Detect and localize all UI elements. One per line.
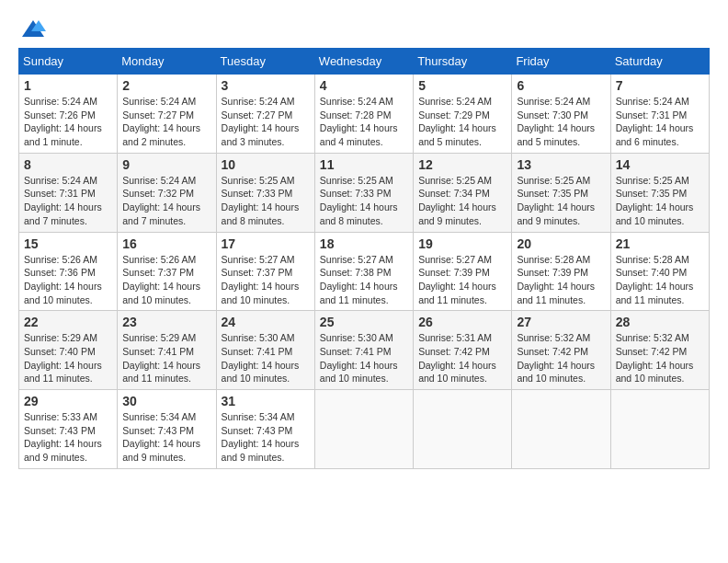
calendar-cell: 9Sunrise: 5:24 AMSunset: 7:32 PMDaylight… [118,153,216,232]
calendar-cell [512,390,610,469]
calendar-cell: 23Sunrise: 5:29 AMSunset: 7:41 PMDayligh… [118,311,216,390]
day-info: Sunrise: 5:24 AMSunset: 7:28 PMDaylight:… [320,95,408,149]
day-info: Sunrise: 5:24 AMSunset: 7:32 PMDaylight:… [122,174,210,228]
day-info: Sunrise: 5:34 AMSunset: 7:43 PMDaylight:… [122,410,210,465]
day-info: Sunrise: 5:30 AMSunset: 7:41 PMDaylight:… [222,331,310,385]
day-number: 14 [616,157,704,172]
calendar-cell: 1Sunrise: 5:24 AMSunset: 7:26 PMDaylight… [19,75,118,154]
calendar-cell: 16Sunrise: 5:26 AMSunset: 7:37 PMDayligh… [118,232,216,311]
day-number: 18 [320,236,408,251]
day-info: Sunrise: 5:25 AMSunset: 7:34 PMDaylight:… [418,174,506,228]
calendar-cell: 27Sunrise: 5:32 AMSunset: 7:42 PMDayligh… [512,311,610,390]
day-info: Sunrise: 5:31 AMSunset: 7:42 PMDaylight:… [418,331,506,385]
day-info: Sunrise: 5:25 AMSunset: 7:35 PMDaylight:… [616,174,704,228]
day-number: 4 [320,78,408,93]
calendar-cell: 12Sunrise: 5:25 AMSunset: 7:34 PMDayligh… [414,153,512,232]
day-number: 9 [122,157,210,172]
header-cell-wednesday: Wednesday [314,49,413,75]
day-number: 28 [616,315,704,329]
day-info: Sunrise: 5:24 AMSunset: 7:31 PMDaylight:… [24,174,112,228]
day-info: Sunrise: 5:24 AMSunset: 7:27 PMDaylight:… [222,95,310,149]
calendar-cell: 4Sunrise: 5:24 AMSunset: 7:28 PMDaylight… [314,75,413,154]
calendar-cell: 20Sunrise: 5:28 AMSunset: 7:39 PMDayligh… [512,232,610,311]
day-number: 2 [122,78,210,93]
calendar-cell: 21Sunrise: 5:28 AMSunset: 7:40 PMDayligh… [610,232,709,311]
calendar-cell: 13Sunrise: 5:25 AMSunset: 7:35 PMDayligh… [512,153,610,232]
day-info: Sunrise: 5:32 AMSunset: 7:42 PMDaylight:… [616,331,704,385]
day-number: 1 [24,78,112,93]
calendar-cell: 29Sunrise: 5:33 AMSunset: 7:43 PMDayligh… [19,390,118,469]
day-number: 12 [418,157,506,172]
calendar-cell: 5Sunrise: 5:24 AMSunset: 7:29 PMDaylight… [414,75,512,154]
header-cell-sunday: Sunday [19,49,118,75]
calendar-cell: 18Sunrise: 5:27 AMSunset: 7:38 PMDayligh… [314,232,413,311]
calendar-cell: 15Sunrise: 5:26 AMSunset: 7:36 PMDayligh… [19,232,118,311]
day-info: Sunrise: 5:32 AMSunset: 7:42 PMDaylight:… [517,331,605,385]
day-number: 16 [122,236,210,251]
day-number: 5 [418,78,506,93]
day-number: 13 [517,157,605,172]
calendar-cell: 28Sunrise: 5:32 AMSunset: 7:42 PMDayligh… [610,311,709,390]
calendar-table: SundayMondayTuesdayWednesdayThursdayFrid… [18,48,710,469]
day-number: 24 [222,315,310,329]
week-row-3: 15Sunrise: 5:26 AMSunset: 7:36 PMDayligh… [19,232,710,311]
day-info: Sunrise: 5:27 AMSunset: 7:37 PMDaylight:… [222,253,310,307]
calendar-cell: 11Sunrise: 5:25 AMSunset: 7:33 PMDayligh… [314,153,413,232]
day-number: 30 [122,394,210,408]
calendar-cell: 25Sunrise: 5:30 AMSunset: 7:41 PMDayligh… [314,311,413,390]
day-info: Sunrise: 5:24 AMSunset: 7:26 PMDaylight:… [24,95,112,149]
calendar-cell [610,390,709,469]
logo [18,18,48,39]
calendar-cell [414,390,512,469]
header-cell-thursday: Thursday [414,49,512,75]
day-number: 15 [24,236,112,251]
day-info: Sunrise: 5:27 AMSunset: 7:39 PMDaylight:… [418,253,506,307]
day-info: Sunrise: 5:24 AMSunset: 7:30 PMDaylight:… [517,95,605,149]
week-row-2: 8Sunrise: 5:24 AMSunset: 7:31 PMDaylight… [19,153,710,232]
day-number: 26 [418,315,506,329]
header-cell-friday: Friday [512,49,610,75]
week-row-5: 29Sunrise: 5:33 AMSunset: 7:43 PMDayligh… [19,390,710,469]
day-number: 31 [222,394,310,408]
calendar-cell: 31Sunrise: 5:34 AMSunset: 7:43 PMDayligh… [216,390,314,469]
calendar-cell: 17Sunrise: 5:27 AMSunset: 7:37 PMDayligh… [216,232,314,311]
calendar-cell: 26Sunrise: 5:31 AMSunset: 7:42 PMDayligh… [414,311,512,390]
day-info: Sunrise: 5:24 AMSunset: 7:27 PMDaylight:… [122,95,210,149]
calendar-cell [314,390,413,469]
day-info: Sunrise: 5:24 AMSunset: 7:29 PMDaylight:… [418,95,506,149]
calendar-cell: 24Sunrise: 5:30 AMSunset: 7:41 PMDayligh… [216,311,314,390]
day-info: Sunrise: 5:26 AMSunset: 7:37 PMDaylight:… [122,253,210,307]
day-number: 7 [616,78,704,93]
day-number: 20 [517,236,605,251]
calendar-cell: 2Sunrise: 5:24 AMSunset: 7:27 PMDaylight… [118,75,216,154]
calendar-cell: 8Sunrise: 5:24 AMSunset: 7:31 PMDaylight… [19,153,118,232]
day-info: Sunrise: 5:30 AMSunset: 7:41 PMDaylight:… [320,331,408,385]
day-number: 29 [24,394,112,408]
day-info: Sunrise: 5:28 AMSunset: 7:40 PMDaylight:… [616,253,704,307]
day-info: Sunrise: 5:25 AMSunset: 7:33 PMDaylight:… [320,174,408,228]
calendar-cell: 3Sunrise: 5:24 AMSunset: 7:27 PMDaylight… [216,75,314,154]
day-number: 21 [616,236,704,251]
day-number: 3 [222,78,310,93]
day-number: 6 [517,78,605,93]
day-info: Sunrise: 5:28 AMSunset: 7:39 PMDaylight:… [517,253,605,307]
week-row-1: 1Sunrise: 5:24 AMSunset: 7:26 PMDaylight… [19,75,710,154]
header-cell-saturday: Saturday [610,49,709,75]
calendar-cell: 6Sunrise: 5:24 AMSunset: 7:30 PMDaylight… [512,75,610,154]
header-row: SundayMondayTuesdayWednesdayThursdayFrid… [19,49,710,75]
day-info: Sunrise: 5:33 AMSunset: 7:43 PMDaylight:… [24,410,112,465]
day-number: 11 [320,157,408,172]
day-number: 23 [122,315,210,329]
calendar-cell: 30Sunrise: 5:34 AMSunset: 7:43 PMDayligh… [118,390,216,469]
calendar-cell: 19Sunrise: 5:27 AMSunset: 7:39 PMDayligh… [414,232,512,311]
calendar-cell: 14Sunrise: 5:25 AMSunset: 7:35 PMDayligh… [610,153,709,232]
calendar-cell: 7Sunrise: 5:24 AMSunset: 7:31 PMDaylight… [610,75,709,154]
calendar-cell: 10Sunrise: 5:25 AMSunset: 7:33 PMDayligh… [216,153,314,232]
day-info: Sunrise: 5:25 AMSunset: 7:33 PMDaylight:… [222,174,310,228]
day-info: Sunrise: 5:26 AMSunset: 7:36 PMDaylight:… [24,253,112,307]
day-info: Sunrise: 5:27 AMSunset: 7:38 PMDaylight:… [320,253,408,307]
day-info: Sunrise: 5:24 AMSunset: 7:31 PMDaylight:… [616,95,704,149]
day-number: 25 [320,315,408,329]
day-number: 27 [517,315,605,329]
day-info: Sunrise: 5:25 AMSunset: 7:35 PMDaylight:… [517,174,605,228]
